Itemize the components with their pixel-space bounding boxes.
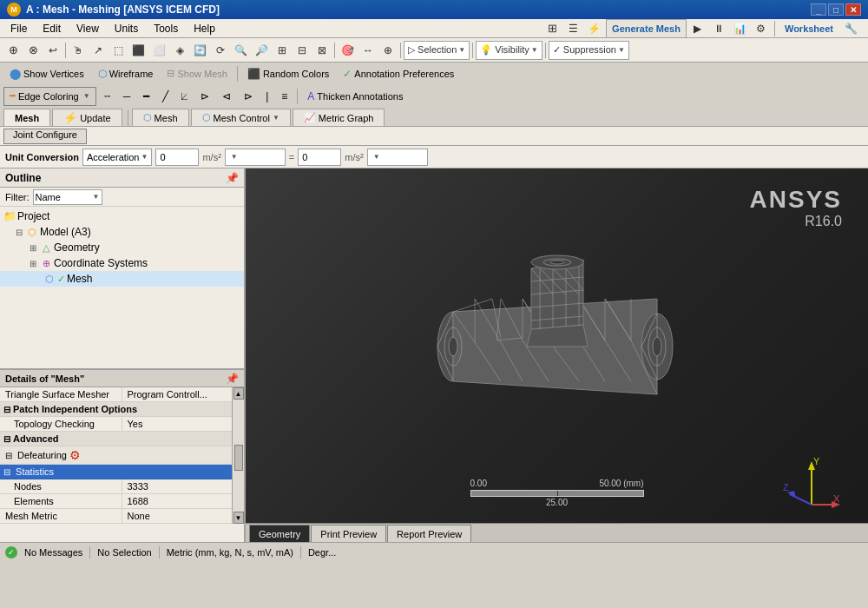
scrollbar-up[interactable]: ▲ xyxy=(233,387,244,400)
scrollbar-thumb[interactable] xyxy=(234,445,243,471)
tb2-2[interactable]: ⊗ xyxy=(23,41,43,60)
joint-configure-button[interactable]: Joint Configure xyxy=(3,129,87,144)
tb2-15[interactable]: ⊟ xyxy=(293,41,312,60)
line-style-5[interactable]: ⟀ xyxy=(175,87,194,106)
tree-model[interactable]: ⊟ ⬡ Model (A3) xyxy=(0,224,244,240)
tb2-8[interactable]: ⬜ xyxy=(149,41,169,60)
tab-update[interactable]: ⚡ Update xyxy=(52,109,122,126)
annotation-prefs-button[interactable]: ✓ Annotation Preferences xyxy=(337,64,460,83)
details-row-defeaturing[interactable]: ⊟ Defeaturing ⚙ xyxy=(0,446,244,465)
window-controls[interactable]: _ □ ✕ xyxy=(811,3,861,16)
tb2-19[interactable]: ⊕ xyxy=(378,41,398,60)
tb2-11[interactable]: ⟳ xyxy=(211,41,230,60)
unit-from-unit-select[interactable]: ▼ xyxy=(225,149,286,166)
menu-tools[interactable]: Tools xyxy=(147,21,185,36)
mesh-viewport[interactable] xyxy=(315,212,799,473)
tb2-14[interactable]: ⊞ xyxy=(273,41,292,60)
outline-tree: 📁 Project ⊟ ⬡ Model (A3) ⊞ △ Geometry xyxy=(0,207,244,368)
status-icon: ✓ xyxy=(5,546,17,558)
tab-mesh[interactable]: Mesh xyxy=(3,109,50,126)
app-icon: M xyxy=(7,3,21,17)
tb-suppression-dropdown[interactable]: ✓ Suppression▼ xyxy=(549,41,629,60)
tb2-6[interactable]: ⬚ xyxy=(108,41,128,60)
line-style-4[interactable]: ╱ xyxy=(156,87,174,106)
show-mesh-button[interactable]: ⊟ Show Mesh xyxy=(161,64,233,83)
tb2-13[interactable]: 🔎 xyxy=(252,41,272,60)
scrollbar-down[interactable]: ▼ xyxy=(233,512,244,524)
vtab-print-preview[interactable]: Print Preview xyxy=(311,525,386,542)
toolbar-icon-1[interactable]: ⊞ xyxy=(542,19,562,38)
line-style-10[interactable]: ≡ xyxy=(275,87,293,106)
toolbar-icon-7[interactable]: ⚙ xyxy=(752,19,771,38)
tb2-17[interactable]: 🎯 xyxy=(338,41,358,60)
tab-mesh-control[interactable]: ⬡ Mesh Control ▼ xyxy=(191,109,291,126)
toolbar-icon-5[interactable]: ⏸ xyxy=(709,19,728,38)
unit-to-value[interactable] xyxy=(298,149,341,166)
vtab-geometry[interactable]: Geometry xyxy=(249,525,310,542)
toolbar-row2: ⊕ ⊗ ↩ 🖱 ↗ ⬚ ⬛ ⬜ ◈ 🔄 ⟳ 🔍 🔎 ⊞ ⊟ ⊠ 🎯 ↔ ⊕ ▷ … xyxy=(0,38,868,63)
tab-strip: Mesh ⚡ Update ⬡ Mesh ⬡ Mesh Control ▼ 📈 … xyxy=(0,108,868,127)
details-row-surface-mesher: Triangle Surface Mesher Program Controll… xyxy=(0,387,244,402)
unit-type-select[interactable]: Acceleration ▼ xyxy=(82,149,152,166)
menu-units[interactable]: Units xyxy=(108,21,145,36)
edge-coloring-button[interactable]: ━ Edge Coloring ▼ xyxy=(3,87,96,106)
maximize-button[interactable]: □ xyxy=(828,3,844,16)
tb2-5[interactable]: ↗ xyxy=(89,41,108,60)
tree-project[interactable]: 📁 Project xyxy=(0,208,244,224)
tab-metric-graph[interactable]: 📈 Metric Graph xyxy=(293,109,385,126)
line-style-2[interactable]: ─ xyxy=(117,87,137,106)
wireframe-button[interactable]: ⬡ Wireframe xyxy=(92,64,160,83)
tab-mesh-menu[interactable]: ⬡ Mesh xyxy=(132,109,189,126)
tb2-9[interactable]: ◈ xyxy=(170,41,189,60)
tb-visibility-dropdown[interactable]: 💡 Visibility▼ xyxy=(476,41,542,60)
show-vertices-button[interactable]: ⬤ Show Vertices xyxy=(3,64,90,83)
generate-mesh-button[interactable]: Generate Mesh xyxy=(606,19,687,38)
line-style-1[interactable]: ╌ xyxy=(98,87,116,106)
details-section-advanced[interactable]: ⊟Advanced xyxy=(0,432,244,446)
filter-select[interactable]: Name ▼ xyxy=(33,189,102,205)
menu-help[interactable]: Help xyxy=(187,21,222,36)
toolbar-icon-3[interactable]: ⚡ xyxy=(584,19,604,38)
toolbar-icon-6[interactable]: 📊 xyxy=(730,19,750,38)
tb2-12[interactable]: 🔍 xyxy=(231,41,251,60)
tree-geometry[interactable]: ⊞ △ Geometry xyxy=(0,240,244,255)
minimize-button[interactable]: _ xyxy=(811,3,826,16)
tb2-3[interactable]: ↩ xyxy=(43,41,62,60)
line-style-3[interactable]: ━ xyxy=(137,87,155,106)
details-row-nodes: Nodes 3333 xyxy=(0,479,244,494)
unit-to-unit-select[interactable]: ▼ xyxy=(367,149,428,166)
details-header: Details of "Mesh" 📌 xyxy=(0,370,244,387)
tree-coordinate-systems[interactable]: ⊞ ⊕ Coordinate Systems xyxy=(0,255,244,271)
toolbar-icon-2[interactable]: ☰ xyxy=(563,19,582,38)
line-style-9[interactable]: | xyxy=(260,87,274,106)
toolbar-icon-8[interactable]: 🔧 xyxy=(841,19,861,38)
tb2-18[interactable]: ↔ xyxy=(358,41,378,60)
tb2-4[interactable]: 🖱 xyxy=(69,41,88,60)
line-style-8[interactable]: ⊳ xyxy=(238,87,259,106)
tb-selection-dropdown[interactable]: ▷ Selection▼ xyxy=(404,41,470,60)
tb2-16[interactable]: ⊠ xyxy=(312,41,332,60)
menu-view[interactable]: View xyxy=(69,21,106,36)
unit-from-unit: m/s² xyxy=(202,152,220,162)
line-style-6[interactable]: ⊳ xyxy=(194,87,215,106)
ribbon-row1: ⬤ Show Vertices ⬡ Wireframe ⊟ Show Mesh … xyxy=(0,63,868,85)
random-colors-button[interactable]: ⬛ Random Colors xyxy=(241,64,335,83)
details-section-statistics[interactable]: ⊟ Statistics xyxy=(0,465,244,479)
thicken-annotations-button[interactable]: A Thicken Annotations xyxy=(301,87,409,106)
details-section-patch[interactable]: ⊟Patch Independent Options xyxy=(0,402,244,417)
tree-mesh[interactable]: ⊞ ⬡ ✓ Mesh xyxy=(0,271,244,287)
tb2-7[interactable]: ⬛ xyxy=(128,41,148,60)
svg-point-40 xyxy=(449,337,457,356)
outline-pin[interactable]: 📌 xyxy=(226,172,239,184)
menu-edit[interactable]: Edit xyxy=(36,21,68,36)
tb2-1[interactable]: ⊕ xyxy=(3,41,23,60)
line-style-7[interactable]: ⊲ xyxy=(216,87,237,106)
vtab-report-preview[interactable]: Report Preview xyxy=(387,525,471,542)
menu-file[interactable]: File xyxy=(3,21,34,36)
close-button[interactable]: ✕ xyxy=(845,3,861,16)
details-pin[interactable]: 📌 xyxy=(226,373,239,385)
toolbar-icon-4[interactable]: ▶ xyxy=(688,19,707,38)
unit-from-value[interactable] xyxy=(155,149,199,166)
tb2-10[interactable]: 🔄 xyxy=(190,41,210,60)
worksheet-button[interactable]: Worksheet xyxy=(779,19,839,38)
